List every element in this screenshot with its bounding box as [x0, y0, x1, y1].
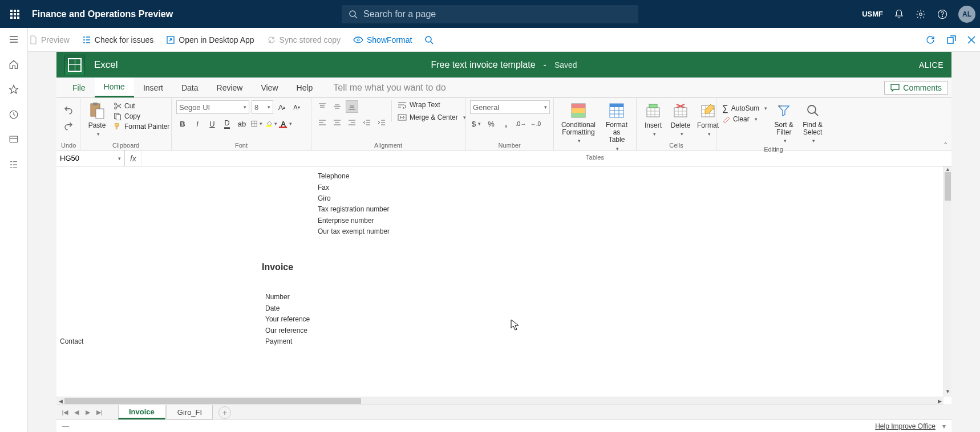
hamburger-icon[interactable] [8, 34, 19, 45]
worksheet-grid[interactable]: Telephone Fax Giro Tax registration numb… [56, 166, 951, 405]
clock-icon[interactable] [8, 109, 19, 120]
scroll-left-button[interactable]: ◀ [56, 398, 64, 404]
tab-review[interactable]: Review [208, 78, 252, 97]
hscroll-thumb[interactable] [64, 398, 361, 404]
conditional-formatting-button[interactable]: Conditional Formatting▾ [558, 100, 598, 145]
cut-button[interactable]: Cut [112, 101, 171, 111]
number-format-select[interactable]: General▾ [470, 100, 550, 114]
increase-indent-button[interactable] [375, 116, 388, 129]
add-sheet-button[interactable]: + [218, 406, 231, 419]
status-menu-button[interactable]: ▾ [942, 422, 946, 430]
sheet-nav-prev[interactable]: ◀ [71, 409, 82, 416]
show-format-button[interactable]: ShowFormat [353, 35, 412, 44]
company-label[interactable]: USMF [862, 10, 883, 18]
tab-view[interactable]: View [252, 78, 287, 97]
copy-button[interactable]: Copy [112, 112, 171, 121]
paste-button[interactable]: Paste ▾ [85, 100, 109, 138]
clear-button[interactable]: Clear▾ [721, 115, 768, 124]
help-icon[interactable] [937, 9, 948, 20]
sort-filter-button[interactable]: Sort & Filter▾ [772, 100, 796, 145]
tab-help[interactable]: Help [287, 78, 322, 97]
font-size-select[interactable]: 8▾ [252, 100, 273, 114]
sync-button[interactable]: Sync stored copy [267, 35, 341, 44]
modules-icon[interactable] [8, 159, 19, 170]
document-title[interactable]: Free text invoice template [431, 60, 535, 70]
decrease-decimal-button[interactable]: ←.0 [529, 117, 542, 130]
bell-icon[interactable] [893, 9, 905, 20]
sheet-nav-next[interactable]: ▶ [83, 409, 93, 416]
wrap-icon [398, 101, 407, 109]
check-issues-button[interactable]: Check for issues [82, 35, 153, 44]
global-search[interactable]: Search for a page [342, 5, 638, 23]
preview-button[interactable]: Preview [29, 35, 70, 44]
tab-data[interactable]: Data [172, 78, 208, 97]
align-right-button[interactable] [346, 116, 358, 129]
increase-decimal-button[interactable]: .0→ [515, 117, 527, 130]
percent-button[interactable]: % [485, 117, 497, 130]
tab-home[interactable]: Home [95, 78, 134, 97]
comments-button[interactable]: Comments [884, 81, 948, 95]
collapse-ribbon-button[interactable]: ⌃ [943, 141, 948, 149]
fill-color-button[interactable]: ▾ [265, 117, 278, 130]
user-avatar[interactable]: AL [958, 6, 975, 23]
currency-button[interactable]: $▾ [470, 117, 483, 130]
close-button[interactable] [967, 35, 975, 45]
wrap-text-button[interactable]: Wrap Text [396, 100, 467, 109]
tab-insert[interactable]: Insert [134, 78, 172, 97]
autosum-button[interactable]: ∑AutoSum▾ [721, 103, 768, 113]
refresh-button[interactable] [925, 35, 936, 45]
align-top-button[interactable] [316, 100, 329, 113]
excel-user[interactable]: ALICE [919, 60, 943, 70]
align-left-button[interactable] [316, 116, 329, 129]
vertical-scrollbar[interactable]: ▲ ▼ [943, 166, 951, 397]
help-improve-link[interactable]: Help Improve Office [875, 422, 936, 430]
workspace-icon[interactable] [8, 134, 19, 145]
toolbar-search-button[interactable] [424, 35, 434, 44]
grow-font-button[interactable]: A▴ [276, 101, 288, 113]
delete-cells-button[interactable]: Delete▾ [669, 100, 693, 138]
horizontal-scrollbar[interactable]: ◀ ▶ [56, 397, 943, 405]
bold-button[interactable]: B [176, 117, 189, 130]
strike-button[interactable]: ab [236, 117, 248, 130]
align-bottom-button[interactable] [346, 100, 358, 113]
sheet-nav-last[interactable]: ▶| [94, 409, 104, 416]
redo-button[interactable] [62, 120, 75, 132]
font-color-button[interactable]: A▾ [280, 117, 293, 130]
sheet-tab-invoice[interactable]: Invoice [118, 405, 165, 419]
decrease-indent-button[interactable] [361, 116, 373, 129]
underline-button[interactable]: U [206, 117, 218, 130]
shrink-font-button[interactable]: A▾ [290, 101, 303, 113]
align-middle-button[interactable] [331, 100, 343, 113]
scroll-right-button[interactable]: ▶ [936, 398, 943, 404]
formula-input[interactable] [142, 150, 951, 166]
tell-me-search[interactable]: Tell me what you want to do [322, 78, 457, 97]
italic-button[interactable]: I [191, 117, 204, 130]
font-name-select[interactable]: Segoe UI▾ [176, 100, 249, 114]
find-select-button[interactable]: Find & Select▾ [799, 100, 826, 145]
comma-button[interactable]: , [500, 117, 512, 130]
svg-rect-31 [649, 104, 657, 108]
cell-contact: Contact [60, 337, 83, 345]
scroll-down-button[interactable]: ▼ [944, 389, 951, 397]
home-icon[interactable] [8, 59, 19, 70]
fx-icon[interactable]: fx [125, 150, 142, 166]
undo-button[interactable] [62, 104, 75, 116]
border-button[interactable]: ▾ [250, 117, 263, 130]
align-center-button[interactable] [331, 116, 343, 129]
format-painter-button[interactable]: Format Painter [112, 122, 171, 131]
sheet-nav-first[interactable]: |◀ [60, 409, 70, 416]
merge-center-button[interactable]: Merge & Center▾ [396, 113, 467, 122]
insert-cells-button[interactable]: Insert▾ [641, 100, 665, 138]
tab-file[interactable]: File [63, 78, 95, 97]
popout-button[interactable] [947, 35, 956, 45]
app-launcher-icon[interactable] [5, 4, 25, 25]
open-desktop-button[interactable]: Open in Desktop App [166, 35, 254, 44]
name-box[interactable]: HG50▾ [56, 150, 125, 166]
format-as-table-button[interactable]: Format as Table▾ [602, 100, 631, 153]
sheet-tab-giro[interactable]: Giro_FI [167, 405, 213, 419]
double-underline-button[interactable]: D [221, 117, 233, 130]
scissors-icon [114, 102, 122, 110]
gear-icon[interactable] [915, 9, 926, 20]
star-icon[interactable] [8, 84, 19, 95]
vscroll-thumb[interactable] [945, 172, 951, 201]
